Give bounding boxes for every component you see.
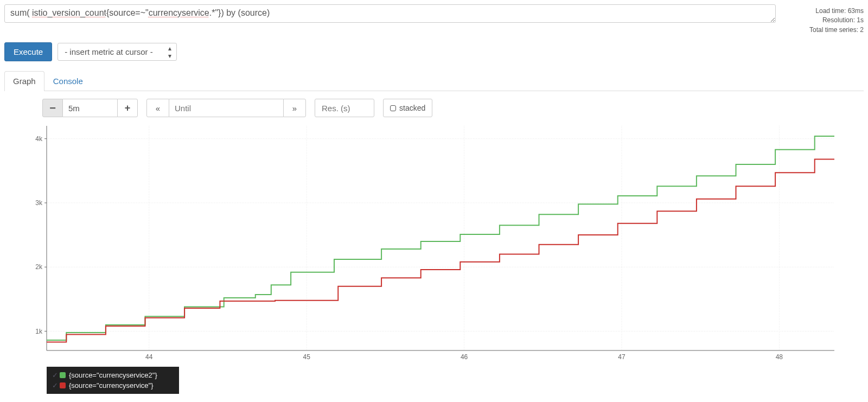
time-forward-button[interactable]: » bbox=[283, 99, 306, 117]
resolution-label: Resolution: 1s bbox=[782, 16, 864, 25]
legend-item[interactable]: ✓{source="currencyservice2"} bbox=[52, 370, 157, 380]
range-decrease-button[interactable]: − bbox=[42, 99, 63, 117]
load-time-label: Load time: 63ms bbox=[782, 7, 864, 16]
svg-text:48: 48 bbox=[776, 353, 783, 361]
total-series-label: Total time series: 2 bbox=[782, 25, 864, 35]
svg-text:44: 44 bbox=[145, 353, 153, 361]
tab-console[interactable]: Console bbox=[44, 71, 92, 91]
svg-text:3k: 3k bbox=[35, 199, 43, 207]
resolution-input[interactable] bbox=[315, 99, 374, 117]
unchecked-box-icon bbox=[390, 105, 396, 111]
chart-legend: ✓{source="currencyservice2"}✓{source="cu… bbox=[47, 367, 179, 394]
check-icon: ✓ bbox=[52, 371, 58, 379]
execute-button[interactable]: Execute bbox=[4, 42, 52, 61]
legend-label: {source="currencyservice"} bbox=[69, 381, 154, 390]
svg-text:45: 45 bbox=[303, 353, 310, 361]
range-increase-button[interactable]: + bbox=[117, 99, 138, 117]
time-back-button[interactable]: « bbox=[146, 99, 169, 117]
legend-swatch bbox=[60, 382, 66, 388]
end-time-input[interactable] bbox=[169, 99, 283, 117]
tab-graph[interactable]: Graph bbox=[4, 71, 44, 91]
query-stats: Load time: 63ms Resolution: 1s Total tim… bbox=[782, 4, 864, 35]
stacked-toggle-button[interactable]: stacked bbox=[383, 99, 432, 117]
range-input[interactable] bbox=[63, 99, 117, 117]
legend-item[interactable]: ✓{source="currencyservice"} bbox=[52, 380, 157, 391]
insert-metric-select[interactable]: - insert metric at cursor - bbox=[58, 43, 177, 61]
time-nav-group: « » bbox=[146, 99, 306, 117]
legend-swatch bbox=[60, 372, 66, 378]
svg-text:46: 46 bbox=[461, 353, 468, 361]
range-group: − + bbox=[42, 99, 138, 117]
legend-label: {source="currencyservice2"} bbox=[69, 371, 157, 379]
line-chart[interactable]: 44454647481k2k3k4k bbox=[21, 122, 840, 366]
svg-text:4k: 4k bbox=[35, 135, 43, 143]
svg-text:47: 47 bbox=[618, 353, 626, 361]
query-input[interactable]: sum( istio_version_count{source=~"curren… bbox=[4, 4, 776, 23]
svg-text:2k: 2k bbox=[35, 263, 43, 271]
check-icon: ✓ bbox=[52, 381, 58, 390]
svg-text:1k: 1k bbox=[35, 328, 43, 335]
